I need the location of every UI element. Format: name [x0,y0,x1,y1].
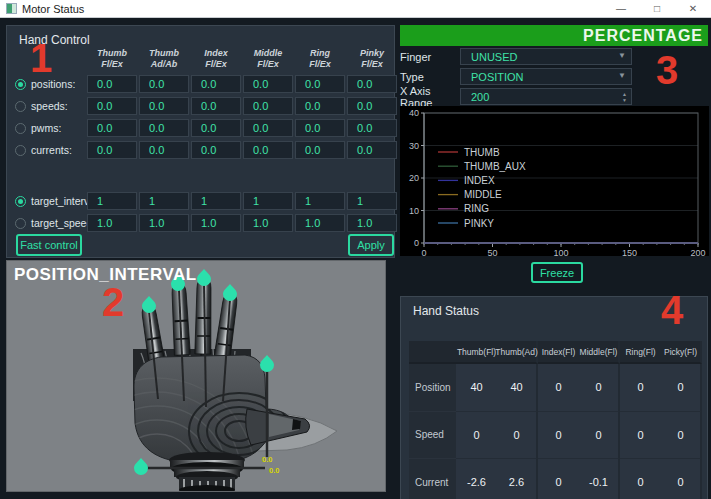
status-value: 0 [456,412,497,460]
value-input[interactable]: 0.0 [139,119,189,137]
status-value: 0 [538,364,579,412]
value-input[interactable]: 1.0 [347,214,397,232]
value-input[interactable]: 1.0 [243,214,293,232]
status-column-header: Thumb(Fl) [456,341,497,364]
value-input[interactable]: 0.0 [295,141,345,159]
value-input[interactable]: 0.0 [295,119,345,137]
minimize-icon[interactable]: ― [603,0,639,17]
close-icon[interactable]: ✕ [675,0,711,17]
annotation-4: 4 [661,290,683,330]
value-input[interactable]: 0.0 [139,141,189,159]
hc-header-row: Thumb Fl/ExThumb Ad/AbIndex Fl/ExMiddle … [11,50,397,68]
svg-text:30: 30 [409,141,419,151]
value-input[interactable]: 0.0 [191,119,241,137]
value-input[interactable]: 0.0 [347,119,397,137]
spinner-arrows-icon[interactable]: ▲▼ [622,91,627,103]
value-input[interactable]: 0.0 [243,75,293,93]
finger-dropdown[interactable]: UNUSED ▼ [460,48,632,65]
value-input[interactable]: 1 [191,192,241,210]
radio-positions[interactable] [15,79,26,90]
value-input[interactable]: 0.0 [87,119,137,137]
radio-speeds[interactable] [15,101,26,112]
app-icon [7,4,16,13]
type-dropdown[interactable]: POSITION ▼ [460,68,632,85]
value-input[interactable]: 1 [295,192,345,210]
legend-entry: THUMB_AUX [464,161,526,172]
status-value: -0.1 [579,459,620,499]
value-input[interactable]: 0.0 [243,97,293,115]
hand-3d-render: 0.0 0.0 [7,261,386,492]
value-input[interactable]: 0.0 [139,75,189,93]
value-input[interactable]: 0.0 [191,97,241,115]
value-input[interactable]: 0.0 [347,141,397,159]
status-column-header: Ring(Fl) [620,341,661,364]
value-input[interactable]: 1 [87,192,137,210]
value-input[interactable]: 0.0 [191,75,241,93]
status-value: 40 [497,364,538,412]
percentage-banner: PERCENTAGE [400,25,708,46]
value-input[interactable]: 0.0 [295,97,345,115]
annotation-3: 3 [656,50,678,90]
hc-row-target_interval: target_interval:111111 [11,192,397,210]
radio-target_speed[interactable] [15,218,26,229]
status-value: 0 [620,412,661,460]
svg-text:200: 200 [690,248,705,256]
status-row-label: Position [409,364,456,412]
row-label: speeds: [31,100,68,112]
table-corner [409,341,456,364]
apply-button[interactable]: Apply [348,234,394,256]
value-input[interactable]: 0.0 [87,141,137,159]
status-value: 0 [661,459,702,499]
column-header: Middle Fl/Ex [243,48,293,70]
window-title: Motor Status [22,3,84,15]
value-input[interactable]: 0.0 [191,141,241,159]
panel-title: Hand Status [413,304,479,318]
hand-3d-viewport[interactable]: 0.0 0.0 POSITION_INTERVAL [6,260,386,492]
status-value: -2.6 [456,459,497,499]
fast-control-button[interactable]: Fast control [16,234,82,256]
row-label: target_speed: [31,217,95,229]
status-value: 0 [579,412,620,460]
value-input[interactable]: 0.0 [243,119,293,137]
value-input[interactable]: 1 [243,192,293,210]
radio-currents[interactable] [15,145,26,156]
status-value: 0 [579,364,620,412]
hc-row-speeds: speeds:0.00.00.00.00.00.0 [11,97,397,115]
value-input[interactable]: 0.0 [347,97,397,115]
value-input[interactable]: 0.0 [87,97,137,115]
status-value: 0 [538,459,579,499]
svg-text:0: 0 [414,238,419,248]
value-input[interactable]: 0.0 [139,97,189,115]
freeze-button[interactable]: Freeze [531,262,583,283]
hc-row-positions: positions:0.00.00.00.00.00.0 [11,75,397,93]
chevron-down-icon: ▼ [618,72,626,80]
legend-entry: MIDDLE [464,189,502,200]
x-axis-range-spinbox[interactable]: 200 ▲▼ [460,88,632,105]
legend-entry: PINKY [464,218,494,229]
svg-text:10: 10 [409,206,419,216]
status-value: 0 [620,459,661,499]
radio-target_interval[interactable] [15,196,26,207]
status-value: 40 [456,364,497,412]
value-input[interactable]: 1.0 [191,214,241,232]
title-bar: Motor Status ― □ ✕ [0,0,711,18]
column-header: Pinky Fl/Ex [347,48,397,70]
column-header: Ring Fl/Ex [295,48,345,70]
value-input[interactable]: 1 [347,192,397,210]
value-input[interactable]: 0.0 [347,75,397,93]
value-input[interactable]: 1.0 [139,214,189,232]
radio-pwms[interactable] [15,123,26,134]
axis-value-horizontal: 0.0 [269,466,279,475]
value-input[interactable]: 1 [139,192,189,210]
app-area: Hand Control Thumb Fl/ExThumb Ad/AbIndex… [0,18,711,499]
maximize-icon[interactable]: □ [639,0,675,17]
value-input[interactable]: 0.0 [87,75,137,93]
row-label: pwms: [31,122,61,134]
axis-value-vertical: 0.0 [262,455,272,464]
value-input[interactable]: 0.0 [295,75,345,93]
column-header: Index Fl/Ex [191,48,241,70]
value-input[interactable]: 1.0 [87,214,137,232]
value-input[interactable]: 0.0 [243,141,293,159]
hand-control-panel: Hand Control Thumb Fl/ExThumb Ad/AbIndex… [6,25,395,258]
value-input[interactable]: 1.0 [295,214,345,232]
